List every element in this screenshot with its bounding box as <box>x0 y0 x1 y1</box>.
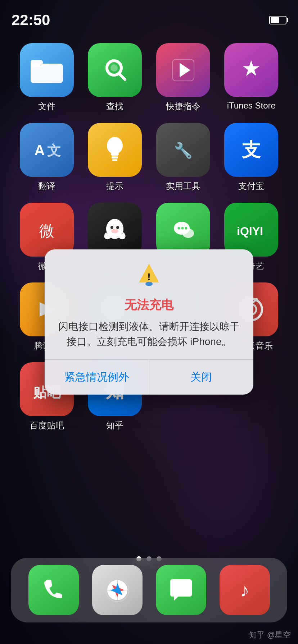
svg-text:!: ! <box>147 271 150 282</box>
alert-title: 无法充电 <box>125 297 173 313</box>
alert-box: ! 无法充电 闪电接口检测到液体。请断开连接以晾干接口。立刻充电可能会损坏 iP… <box>45 249 253 395</box>
svg-point-45 <box>145 282 153 286</box>
alert-overlay: ! 无法充电 闪电接口检测到液体。请断开连接以晾干接口。立刻充电可能会损坏 iP… <box>0 0 298 644</box>
alert-btn-close[interactable]: 关闭 <box>149 360 254 395</box>
alert-message: 闪电接口检测到液体。请断开连接以晾干接口。立刻充电可能会损坏 iPhone。 <box>58 319 240 349</box>
watermark: 知乎 @星空 <box>249 630 291 640</box>
alert-buttons: 紧急情况例外关闭 <box>45 359 253 395</box>
alert-icon: ! <box>137 262 161 291</box>
alert-body: ! 无法充电 闪电接口检测到液体。请断开连接以晾干接口。立刻充电可能会损坏 iP… <box>45 249 253 359</box>
alert-btn-emergency[interactable]: 紧急情况例外 <box>45 360 149 395</box>
